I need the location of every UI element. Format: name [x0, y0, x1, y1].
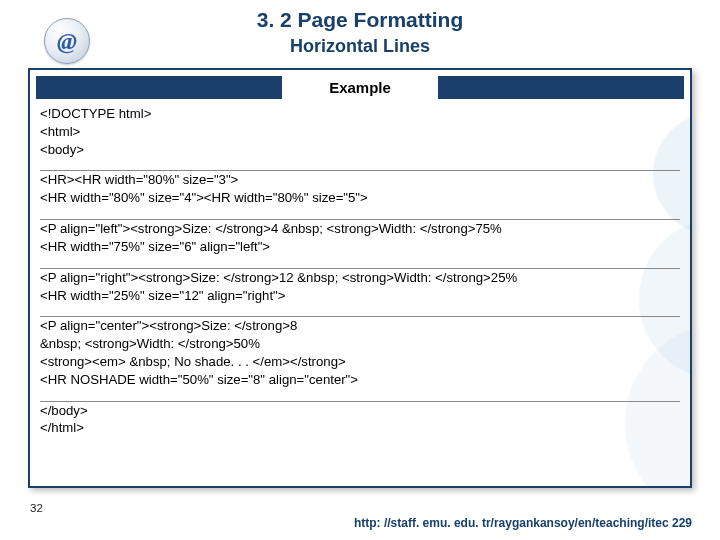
code-line: <HR NOSHADE width="50%" size="8" align="…: [40, 371, 680, 389]
code-line: <HR><HR width="80%" size="3">: [40, 171, 680, 189]
code-line: <HR width="25%" size="12" align="right">: [40, 287, 680, 305]
code-line: <html>: [40, 123, 680, 141]
at-icon: @: [44, 18, 90, 64]
example-label: Example: [282, 76, 438, 99]
main-panel: Example <!DOCTYPE html> <html> <body> <H…: [28, 68, 692, 488]
code-content: <!DOCTYPE html> <html> <body> <HR><HR wi…: [30, 99, 690, 437]
at-glyph: @: [57, 28, 77, 55]
code-block-4: <P align="right"><strong>Size: </strong>…: [40, 269, 680, 305]
page-number: 32: [30, 502, 43, 514]
code-block-5: <P align="center"><strong>Size: </strong…: [40, 317, 680, 388]
code-block-3: <P align="left"><strong>Size: </strong>4…: [40, 220, 680, 256]
code-line: &nbsp; <strong>Width: </strong>50%: [40, 335, 680, 353]
code-line: <HR width="80%" size="4"><HR width="80%"…: [40, 189, 680, 207]
slide: @ 3. 2 Page Formatting Horizontal Lines …: [0, 0, 720, 540]
code-line: <P align="right"><strong>Size: </strong>…: [40, 269, 680, 287]
code-line: <body>: [40, 141, 680, 159]
code-line: <P align="center"><strong>Size: </strong…: [40, 317, 680, 335]
example-header: Example: [36, 76, 684, 99]
footer-url: http: //staff. emu. edu. tr/raygankansoy…: [0, 516, 692, 530]
code-line: <strong><em> &nbsp; No shade. . . </em><…: [40, 353, 680, 371]
code-line: <P align="left"><strong>Size: </strong>4…: [40, 220, 680, 238]
code-block-1: <!DOCTYPE html> <html> <body>: [40, 105, 680, 158]
code-block-2: <HR><HR width="80%" size="3"> <HR width=…: [40, 171, 680, 207]
page-title: 3. 2 Page Formatting: [0, 0, 720, 32]
code-line: </body>: [40, 402, 680, 420]
code-line: <!DOCTYPE html>: [40, 105, 680, 123]
page-subtitle: Horizontal Lines: [0, 32, 720, 63]
code-line: </html>: [40, 419, 680, 437]
code-line: <HR width="75%" size="6" align="left">: [40, 238, 680, 256]
code-block-6: </body> </html>: [40, 402, 680, 438]
